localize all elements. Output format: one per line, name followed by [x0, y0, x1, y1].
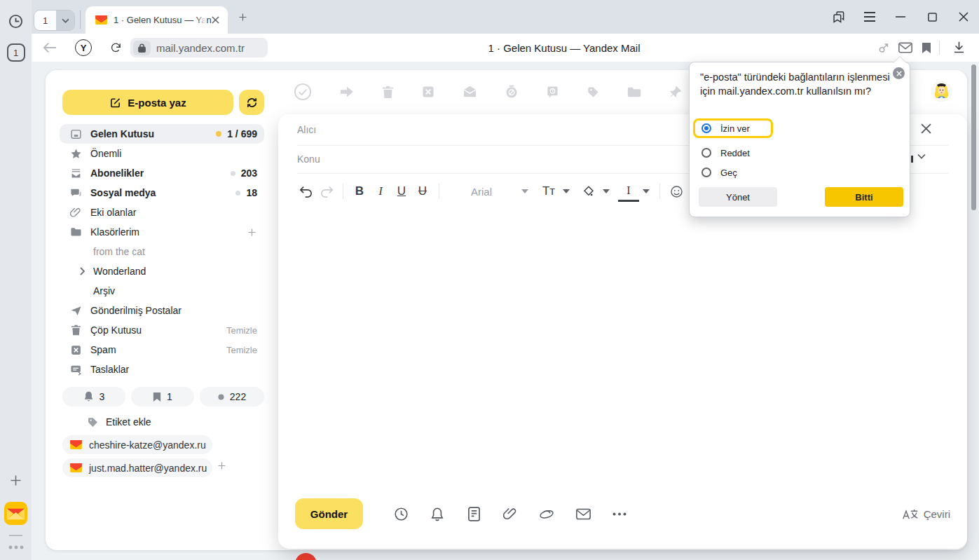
folder-important[interactable]: Önemli	[60, 144, 264, 163]
folder-drafts[interactable]: Taslaklar	[60, 360, 264, 379]
floating-red-badge[interactable]	[295, 553, 317, 560]
templates-icon[interactable]	[456, 507, 492, 521]
rail-more-button[interactable]	[0, 543, 32, 552]
emoji-button[interactable]	[666, 181, 687, 202]
new-tab-button[interactable]	[238, 12, 248, 22]
text-color-button[interactable]: I	[618, 181, 639, 202]
paper-plane-icon	[69, 305, 82, 317]
option-skip[interactable]: Geç	[693, 163, 798, 182]
folder-trash[interactable]: Çöp Kutusu Temizle	[60, 320, 264, 340]
add-label-button[interactable]: Etiket ekle	[87, 413, 151, 431]
reload-button[interactable]	[106, 34, 125, 62]
add-folder-button[interactable]	[247, 227, 257, 238]
undo-button[interactable]	[295, 181, 316, 202]
rail-divider	[9, 535, 22, 536]
highlight-caret-icon[interactable]	[603, 189, 610, 193]
label-icon[interactable]	[587, 86, 600, 99]
yandex-services-button[interactable]: Y	[74, 34, 93, 62]
share-link-icon[interactable]	[874, 34, 895, 62]
unread-dot	[216, 131, 221, 137]
font-size-caret-icon[interactable]	[563, 189, 570, 193]
forward-icon[interactable]	[339, 86, 355, 98]
page-scrollbar-thumb[interactable]	[971, 64, 976, 210]
compose-button[interactable]: E-posta yaz	[62, 90, 233, 115]
unread-pill[interactable]: 222	[200, 387, 264, 407]
font-family-select[interactable]: Arial	[445, 181, 518, 202]
send-button[interactable]: Gönder	[295, 498, 363, 529]
option-deny[interactable]: Reddet	[693, 143, 798, 163]
downloads-icon[interactable]	[948, 34, 969, 62]
pin-icon[interactable]	[669, 86, 682, 99]
folder-my-folders[interactable]: Klasörlerim	[60, 222, 264, 242]
menu-icon[interactable]	[856, 0, 884, 34]
delete-icon[interactable]	[382, 86, 394, 99]
mark-read-icon[interactable]	[463, 86, 477, 98]
chevron-down-icon	[56, 11, 74, 30]
refresh-icon	[246, 97, 258, 109]
italic-button[interactable]: I	[370, 181, 391, 202]
folder-wonderland[interactable]: Wonderland	[60, 261, 264, 281]
font-size-select[interactable]: Tт	[538, 181, 559, 202]
notify-icon[interactable]	[419, 507, 456, 521]
tab-close-icon[interactable]	[212, 16, 219, 24]
active-tab[interactable]: 1 · Gelen Kutusu — Yand	[85, 6, 228, 34]
side-panel-icon[interactable]	[825, 0, 853, 34]
folder-archive[interactable]: Arşiv	[60, 281, 264, 301]
attach-file-icon[interactable]	[492, 507, 528, 521]
address-bar: Y mail.yandex.com.tr 1 · Gelen Kutusu — …	[32, 34, 979, 62]
dot-icon	[218, 394, 224, 400]
empty-trash-button[interactable]: Temizle	[226, 325, 257, 336]
minimize-button[interactable]	[886, 0, 915, 34]
empty-spam-button[interactable]: Temizle	[226, 345, 257, 355]
folder-with-attachments[interactable]: Eki olanlar	[60, 203, 264, 222]
folder-subscriptions[interactable]: Abonelikler 203	[60, 163, 264, 183]
done-button[interactable]: Bitti	[825, 187, 903, 207]
select-all-icon[interactable]	[294, 83, 312, 101]
text-color-caret-icon[interactable]	[643, 189, 650, 193]
bold-button[interactable]: B	[349, 181, 370, 202]
user-avatar[interactable]	[931, 81, 952, 102]
highlight-color-button[interactable]	[578, 181, 599, 202]
move-to-folder-icon[interactable]	[627, 86, 641, 98]
redo-button[interactable]	[316, 181, 337, 202]
strikethrough-button[interactable]: U	[412, 181, 433, 202]
url-box[interactable]: mail.yandex.com.tr	[130, 38, 268, 57]
font-family-caret-icon[interactable]	[521, 189, 528, 193]
option-allow[interactable]: İzin ver	[693, 118, 773, 138]
underline-button[interactable]: U	[391, 181, 412, 202]
tab-group-chip[interactable]: 1	[34, 10, 75, 31]
folder-sent[interactable]: Gönderilmiş Postalar	[60, 301, 264, 320]
folder-inbox[interactable]: Gelen Kutusu 1 / 699	[60, 124, 264, 144]
reminder-icon[interactable]	[546, 86, 559, 99]
schedule-send-icon[interactable]	[383, 507, 419, 521]
window-close-button[interactable]	[950, 0, 978, 34]
more-options-icon[interactable]	[601, 512, 638, 516]
manage-button[interactable]: Yönet	[699, 187, 777, 207]
folder-social[interactable]: Sosyal medya 18	[60, 183, 264, 203]
history-clock-icon[interactable]	[0, 13, 32, 29]
subscriptions-icon	[69, 168, 82, 179]
expand-chevron-icon[interactable]	[79, 267, 85, 275]
mark-spam-icon[interactable]	[421, 85, 435, 99]
yandex-mail-app-icon[interactable]	[0, 500, 32, 526]
snooze-icon[interactable]	[505, 85, 519, 99]
account-hatter[interactable]: just.mad.hatter@yandex.ru	[62, 458, 212, 477]
close-compose-icon[interactable]	[921, 123, 931, 134]
saved-pill[interactable]: 1	[131, 387, 194, 407]
from-selector-chevron-icon[interactable]	[917, 153, 926, 159]
notifications-pill[interactable]: 3	[62, 387, 125, 407]
attach-from-disk-icon[interactable]	[528, 507, 565, 520]
translate-button[interactable]: Çeviri	[902, 507, 950, 521]
check-mail-button[interactable]	[239, 90, 264, 115]
lock-icon[interactable]	[133, 41, 151, 55]
tab-overview-button[interactable]: 1	[0, 43, 32, 62]
folder-from-the-cat[interactable]: from the cat	[60, 242, 264, 261]
rail-add-button[interactable]	[0, 472, 32, 489]
account-cheshire[interactable]: cheshire-katze@yandex.ru	[62, 435, 212, 454]
bookmark-icon[interactable]	[917, 34, 936, 62]
add-account-button[interactable]	[217, 460, 227, 471]
folder-spam[interactable]: Spam Temizle	[60, 340, 264, 360]
back-button[interactable]	[40, 34, 60, 62]
maximize-button[interactable]	[918, 0, 946, 34]
attach-from-mail-icon[interactable]	[565, 508, 601, 520]
